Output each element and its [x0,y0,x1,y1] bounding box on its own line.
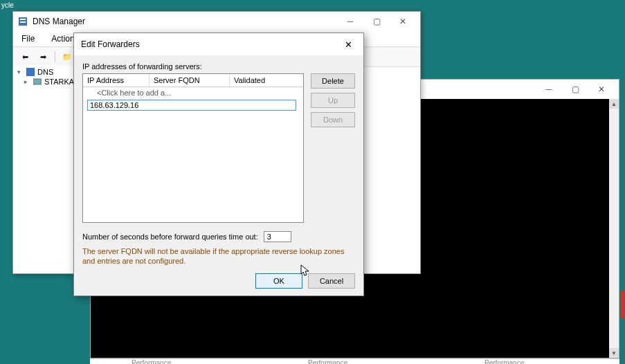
expand-icon[interactable]: ▸ [24,78,30,85]
scroll-down-icon[interactable]: ▼ [609,348,619,358]
bottom-status-bar: Performance Performance Performance [90,358,619,364]
ip-list-label: IP addresses of forwarding servers: [82,62,355,71]
nav-forward-icon[interactable]: ➡ [35,50,51,64]
svg-rect-3 [26,68,35,76]
dns-node-icon [26,68,35,76]
svg-rect-4 [33,79,42,84]
dialog-close-icon[interactable]: ✕ [340,37,356,51]
dns-title-text: DNS Manager [33,17,85,26]
cancel-button[interactable]: Cancel [308,273,355,289]
dialog-title-text: Edit Forwarders [81,39,140,49]
list-header: IP Address Server FQDN Validated [83,74,303,87]
folder-icon[interactable]: 📁 [60,50,75,64]
expand-icon[interactable]: ▾ [17,69,24,75]
console-scrollbar[interactable]: ▲ ▼ [609,99,619,358]
col-fqdn[interactable]: Server FQDN [150,74,230,87]
maximize-button[interactable]: ▢ [363,12,390,30]
dialog-titlebar[interactable]: Edit Forwarders ✕ [74,33,363,55]
svg-rect-2 [20,21,26,23]
menu-file[interactable]: File [19,33,37,45]
status-cell: Performance [266,359,443,364]
down-button[interactable]: Down [311,112,355,127]
fqdn-warning-text: The server FQDN will not be available if… [82,246,345,266]
toolbar-separator [55,51,55,62]
col-ip[interactable]: IP Address [83,74,150,87]
dns-titlebar[interactable]: DNS Manager ─ ▢ ✕ [13,12,420,31]
minimize-button[interactable]: ─ [337,12,363,30]
timeout-label: Number of seconds before forward queries… [82,233,258,241]
delete-button[interactable]: Delete [311,73,355,89]
svg-rect-1 [20,19,26,20]
col-validated[interactable]: Validated [230,74,303,87]
edge-indicator [621,291,625,318]
server-node-icon [33,78,42,86]
add-hint-row[interactable]: <Click here to add a... [83,87,303,98]
timeout-input[interactable] [264,231,291,242]
status-cell: Performance [90,359,266,364]
minimize-button[interactable]: ─ [536,80,562,98]
maximize-button[interactable]: ▢ [562,80,588,98]
edit-forwarders-dialog: Edit Forwarders ✕ IP addresses of forwar… [73,33,364,296]
ok-button[interactable]: OK [255,273,302,289]
dns-app-icon [17,16,28,27]
desktop-recycle-icon[interactable]: ycle [0,0,15,10]
scroll-up-icon[interactable]: ▲ [609,99,619,109]
ip-address-input[interactable] [87,100,296,111]
up-button[interactable]: Up [311,93,355,108]
nav-back-icon[interactable]: ⬅ [17,50,33,64]
close-button[interactable]: ✕ [588,80,615,98]
forwarders-listbox[interactable]: IP Address Server FQDN Validated <Click … [82,73,304,223]
status-cell: Performance [443,359,619,364]
close-button[interactable]: ✕ [390,12,416,30]
ip-input-row[interactable] [83,98,303,112]
